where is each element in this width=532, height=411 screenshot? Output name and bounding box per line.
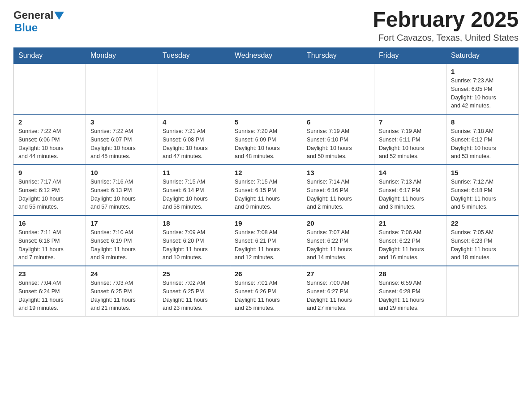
day-info: Sunrise: 7:10 AM Sunset: 6:19 PM Dayligh… xyxy=(90,228,153,262)
logo-triangle-icon xyxy=(54,12,64,20)
logo: General Blue xyxy=(13,9,64,34)
calendar-day-cell: 20Sunrise: 7:07 AM Sunset: 6:22 PM Dayli… xyxy=(302,215,374,266)
calendar-day-cell: 11Sunrise: 7:15 AM Sunset: 6:14 PM Dayli… xyxy=(158,165,230,215)
day-number: 3 xyxy=(90,118,153,126)
day-number: 11 xyxy=(163,169,225,176)
day-info: Sunrise: 7:05 AM Sunset: 6:23 PM Dayligh… xyxy=(451,228,514,262)
calendar-week-row: 23Sunrise: 7:04 AM Sunset: 6:24 PM Dayli… xyxy=(14,266,519,317)
calendar-day-cell: 6Sunrise: 7:19 AM Sunset: 6:10 PM Daylig… xyxy=(302,114,374,165)
calendar-day-cell: 1Sunrise: 7:23 AM Sunset: 6:05 PM Daylig… xyxy=(446,64,519,114)
day-of-week-header: Tuesday xyxy=(158,48,230,64)
day-of-week-header: Friday xyxy=(374,48,446,64)
calendar-day-cell: 27Sunrise: 7:00 AM Sunset: 6:27 PM Dayli… xyxy=(302,266,374,317)
day-number: 26 xyxy=(235,270,297,278)
calendar-day-cell: 13Sunrise: 7:14 AM Sunset: 6:16 PM Dayli… xyxy=(302,165,374,215)
day-number: 28 xyxy=(379,270,442,278)
calendar-day-cell: 18Sunrise: 7:09 AM Sunset: 6:20 PM Dayli… xyxy=(158,215,230,266)
day-info: Sunrise: 7:04 AM Sunset: 6:24 PM Dayligh… xyxy=(18,279,81,313)
calendar-day-cell: 24Sunrise: 7:03 AM Sunset: 6:25 PM Dayli… xyxy=(86,266,158,317)
day-info: Sunrise: 7:13 AM Sunset: 6:17 PM Dayligh… xyxy=(379,178,442,211)
day-info: Sunrise: 7:07 AM Sunset: 6:22 PM Dayligh… xyxy=(307,228,369,262)
calendar-day-cell: 21Sunrise: 7:06 AM Sunset: 6:22 PM Dayli… xyxy=(374,215,446,266)
calendar-week-row: 16Sunrise: 7:11 AM Sunset: 6:18 PM Dayli… xyxy=(14,215,519,266)
calendar-day-cell: 19Sunrise: 7:08 AM Sunset: 6:21 PM Dayli… xyxy=(230,215,302,266)
calendar-day-cell: 9Sunrise: 7:17 AM Sunset: 6:12 PM Daylig… xyxy=(14,165,86,215)
calendar-day-cell: 22Sunrise: 7:05 AM Sunset: 6:23 PM Dayli… xyxy=(446,215,519,266)
day-number: 5 xyxy=(235,118,297,126)
day-info: Sunrise: 7:03 AM Sunset: 6:25 PM Dayligh… xyxy=(90,279,153,313)
day-info: Sunrise: 7:19 AM Sunset: 6:11 PM Dayligh… xyxy=(379,127,442,161)
day-info: Sunrise: 7:15 AM Sunset: 6:14 PM Dayligh… xyxy=(163,178,225,211)
day-info: Sunrise: 7:15 AM Sunset: 6:15 PM Dayligh… xyxy=(235,178,297,211)
day-number: 1 xyxy=(451,68,514,75)
calendar-day-cell: 26Sunrise: 7:01 AM Sunset: 6:26 PM Dayli… xyxy=(230,266,302,317)
day-number: 21 xyxy=(379,219,442,227)
logo-blue-text: Blue xyxy=(14,21,38,34)
day-info: Sunrise: 7:21 AM Sunset: 6:08 PM Dayligh… xyxy=(163,127,225,161)
month-title: February 2025 xyxy=(373,9,519,30)
day-info: Sunrise: 7:06 AM Sunset: 6:22 PM Dayligh… xyxy=(379,228,442,262)
calendar-week-row: 1Sunrise: 7:23 AM Sunset: 6:05 PM Daylig… xyxy=(14,64,519,114)
calendar-week-row: 9Sunrise: 7:17 AM Sunset: 6:12 PM Daylig… xyxy=(14,165,519,215)
calendar-day-cell: 3Sunrise: 7:22 AM Sunset: 6:07 PM Daylig… xyxy=(86,114,158,165)
calendar-day-cell: 8Sunrise: 7:18 AM Sunset: 6:12 PM Daylig… xyxy=(446,114,519,165)
calendar-day-cell: 16Sunrise: 7:11 AM Sunset: 6:18 PM Dayli… xyxy=(14,215,86,266)
day-number: 24 xyxy=(90,270,153,278)
day-info: Sunrise: 7:09 AM Sunset: 6:20 PM Dayligh… xyxy=(163,228,225,262)
calendar-day-cell: 28Sunrise: 6:59 AM Sunset: 6:28 PM Dayli… xyxy=(374,266,446,317)
day-number: 6 xyxy=(307,118,369,126)
day-number: 27 xyxy=(307,270,369,278)
calendar-day-cell: 4Sunrise: 7:21 AM Sunset: 6:08 PM Daylig… xyxy=(158,114,230,165)
day-info: Sunrise: 7:23 AM Sunset: 6:05 PM Dayligh… xyxy=(451,77,514,110)
day-of-week-header: Sunday xyxy=(14,48,86,64)
day-number: 18 xyxy=(163,219,225,227)
day-info: Sunrise: 7:12 AM Sunset: 6:18 PM Dayligh… xyxy=(451,178,514,211)
calendar-table: SundayMondayTuesdayWednesdayThursdayFrid… xyxy=(13,47,519,317)
day-info: Sunrise: 7:19 AM Sunset: 6:10 PM Dayligh… xyxy=(307,127,369,161)
calendar-day-cell: 2Sunrise: 7:22 AM Sunset: 6:06 PM Daylig… xyxy=(14,114,86,165)
day-number: 14 xyxy=(379,169,442,176)
day-number: 23 xyxy=(18,270,81,278)
calendar-day-cell xyxy=(230,64,302,114)
day-number: 2 xyxy=(18,118,81,126)
day-number: 22 xyxy=(451,219,514,227)
calendar-day-cell: 23Sunrise: 7:04 AM Sunset: 6:24 PM Dayli… xyxy=(14,266,86,317)
day-number: 16 xyxy=(18,219,81,227)
day-of-week-header: Thursday xyxy=(302,48,374,64)
day-info: Sunrise: 7:11 AM Sunset: 6:18 PM Dayligh… xyxy=(18,228,81,262)
day-info: Sunrise: 7:18 AM Sunset: 6:12 PM Dayligh… xyxy=(451,127,514,161)
calendar-day-cell: 12Sunrise: 7:15 AM Sunset: 6:15 PM Dayli… xyxy=(230,165,302,215)
calendar-day-cell xyxy=(302,64,374,114)
calendar-day-cell xyxy=(446,266,519,317)
day-info: Sunrise: 7:22 AM Sunset: 6:06 PM Dayligh… xyxy=(18,127,81,161)
day-number: 4 xyxy=(163,118,225,126)
calendar-day-cell: 17Sunrise: 7:10 AM Sunset: 6:19 PM Dayli… xyxy=(86,215,158,266)
day-number: 13 xyxy=(307,169,369,176)
calendar-week-row: 2Sunrise: 7:22 AM Sunset: 6:06 PM Daylig… xyxy=(14,114,519,165)
day-info: Sunrise: 7:14 AM Sunset: 6:16 PM Dayligh… xyxy=(307,178,369,211)
day-number: 8 xyxy=(451,118,514,126)
calendar-day-cell: 14Sunrise: 7:13 AM Sunset: 6:17 PM Dayli… xyxy=(374,165,446,215)
day-number: 25 xyxy=(163,270,225,278)
day-info: Sunrise: 7:17 AM Sunset: 6:12 PM Dayligh… xyxy=(18,178,81,211)
calendar-day-cell: 7Sunrise: 7:19 AM Sunset: 6:11 PM Daylig… xyxy=(374,114,446,165)
calendar-day-cell: 10Sunrise: 7:16 AM Sunset: 6:13 PM Dayli… xyxy=(86,165,158,215)
day-number: 7 xyxy=(379,118,442,126)
day-of-week-header: Monday xyxy=(86,48,158,64)
calendar-day-cell xyxy=(14,64,86,114)
calendar-day-cell xyxy=(86,64,158,114)
day-info: Sunrise: 7:01 AM Sunset: 6:26 PM Dayligh… xyxy=(235,279,297,313)
day-number: 15 xyxy=(451,169,514,176)
day-info: Sunrise: 7:16 AM Sunset: 6:13 PM Dayligh… xyxy=(90,178,153,211)
day-info: Sunrise: 7:08 AM Sunset: 6:21 PM Dayligh… xyxy=(235,228,297,262)
calendar-day-cell: 25Sunrise: 7:02 AM Sunset: 6:25 PM Dayli… xyxy=(158,266,230,317)
day-number: 10 xyxy=(90,169,153,176)
day-info: Sunrise: 7:22 AM Sunset: 6:07 PM Dayligh… xyxy=(90,127,153,161)
location-text: Fort Cavazos, Texas, United States xyxy=(373,33,519,43)
day-info: Sunrise: 6:59 AM Sunset: 6:28 PM Dayligh… xyxy=(379,279,442,313)
calendar-day-cell: 15Sunrise: 7:12 AM Sunset: 6:18 PM Dayli… xyxy=(446,165,519,215)
day-info: Sunrise: 7:20 AM Sunset: 6:09 PM Dayligh… xyxy=(235,127,297,161)
day-number: 12 xyxy=(235,169,297,176)
day-number: 17 xyxy=(90,219,153,227)
day-number: 20 xyxy=(307,219,369,227)
